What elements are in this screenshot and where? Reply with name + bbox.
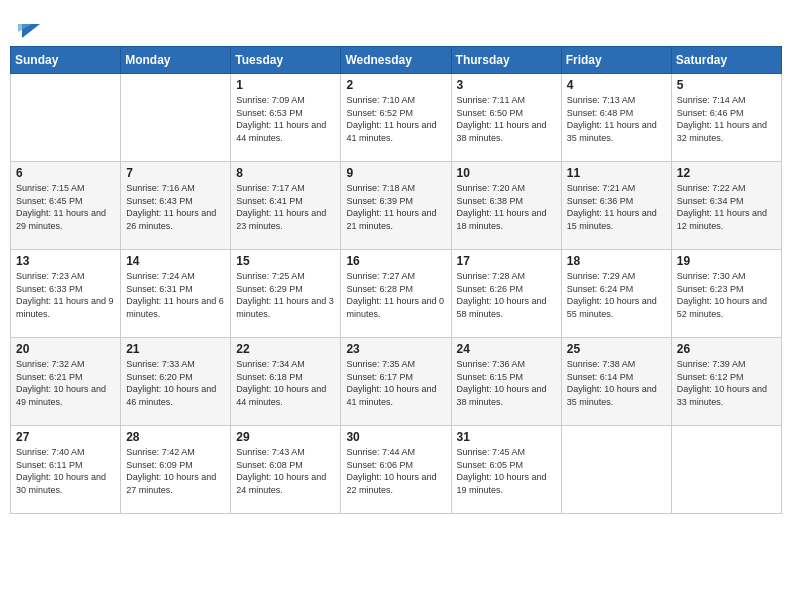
day-number: 21 bbox=[126, 342, 225, 356]
day-number: 8 bbox=[236, 166, 335, 180]
day-number: 17 bbox=[457, 254, 556, 268]
calendar-cell: 6Sunrise: 7:15 AMSunset: 6:45 PMDaylight… bbox=[11, 162, 121, 250]
day-number: 4 bbox=[567, 78, 666, 92]
calendar-cell: 30Sunrise: 7:44 AMSunset: 6:06 PMDayligh… bbox=[341, 426, 451, 514]
calendar-cell: 11Sunrise: 7:21 AMSunset: 6:36 PMDayligh… bbox=[561, 162, 671, 250]
day-detail: Sunrise: 7:27 AMSunset: 6:28 PMDaylight:… bbox=[346, 270, 445, 320]
calendar-cell: 2Sunrise: 7:10 AMSunset: 6:52 PMDaylight… bbox=[341, 74, 451, 162]
day-number: 18 bbox=[567, 254, 666, 268]
calendar-cell: 17Sunrise: 7:28 AMSunset: 6:26 PMDayligh… bbox=[451, 250, 561, 338]
day-detail: Sunrise: 7:28 AMSunset: 6:26 PMDaylight:… bbox=[457, 270, 556, 320]
calendar-cell: 18Sunrise: 7:29 AMSunset: 6:24 PMDayligh… bbox=[561, 250, 671, 338]
calendar-cell: 9Sunrise: 7:18 AMSunset: 6:39 PMDaylight… bbox=[341, 162, 451, 250]
day-detail: Sunrise: 7:44 AMSunset: 6:06 PMDaylight:… bbox=[346, 446, 445, 496]
day-detail: Sunrise: 7:25 AMSunset: 6:29 PMDaylight:… bbox=[236, 270, 335, 320]
weekday-header-friday: Friday bbox=[561, 47, 671, 74]
day-detail: Sunrise: 7:09 AMSunset: 6:53 PMDaylight:… bbox=[236, 94, 335, 144]
calendar-cell: 10Sunrise: 7:20 AMSunset: 6:38 PMDayligh… bbox=[451, 162, 561, 250]
day-detail: Sunrise: 7:38 AMSunset: 6:14 PMDaylight:… bbox=[567, 358, 666, 408]
calendar-cell: 15Sunrise: 7:25 AMSunset: 6:29 PMDayligh… bbox=[231, 250, 341, 338]
day-number: 7 bbox=[126, 166, 225, 180]
day-detail: Sunrise: 7:21 AMSunset: 6:36 PMDaylight:… bbox=[567, 182, 666, 232]
weekday-header-row: SundayMondayTuesdayWednesdayThursdayFrid… bbox=[11, 47, 782, 74]
calendar-cell: 3Sunrise: 7:11 AMSunset: 6:50 PMDaylight… bbox=[451, 74, 561, 162]
day-number: 6 bbox=[16, 166, 115, 180]
calendar-cell: 14Sunrise: 7:24 AMSunset: 6:31 PMDayligh… bbox=[121, 250, 231, 338]
calendar-week-row: 27Sunrise: 7:40 AMSunset: 6:11 PMDayligh… bbox=[11, 426, 782, 514]
calendar-week-row: 6Sunrise: 7:15 AMSunset: 6:45 PMDaylight… bbox=[11, 162, 782, 250]
calendar-cell: 26Sunrise: 7:39 AMSunset: 6:12 PMDayligh… bbox=[671, 338, 781, 426]
calendar-cell: 8Sunrise: 7:17 AMSunset: 6:41 PMDaylight… bbox=[231, 162, 341, 250]
day-detail: Sunrise: 7:22 AMSunset: 6:34 PMDaylight:… bbox=[677, 182, 776, 232]
day-detail: Sunrise: 7:36 AMSunset: 6:15 PMDaylight:… bbox=[457, 358, 556, 408]
calendar-cell bbox=[121, 74, 231, 162]
calendar-cell: 19Sunrise: 7:30 AMSunset: 6:23 PMDayligh… bbox=[671, 250, 781, 338]
weekday-header-sunday: Sunday bbox=[11, 47, 121, 74]
weekday-header-thursday: Thursday bbox=[451, 47, 561, 74]
calendar-body: 1Sunrise: 7:09 AMSunset: 6:53 PMDaylight… bbox=[11, 74, 782, 514]
day-detail: Sunrise: 7:30 AMSunset: 6:23 PMDaylight:… bbox=[677, 270, 776, 320]
calendar-cell: 27Sunrise: 7:40 AMSunset: 6:11 PMDayligh… bbox=[11, 426, 121, 514]
day-number: 12 bbox=[677, 166, 776, 180]
calendar-week-row: 1Sunrise: 7:09 AMSunset: 6:53 PMDaylight… bbox=[11, 74, 782, 162]
day-number: 5 bbox=[677, 78, 776, 92]
day-detail: Sunrise: 7:39 AMSunset: 6:12 PMDaylight:… bbox=[677, 358, 776, 408]
day-number: 30 bbox=[346, 430, 445, 444]
weekday-header-tuesday: Tuesday bbox=[231, 47, 341, 74]
header bbox=[10, 10, 782, 38]
day-detail: Sunrise: 7:42 AMSunset: 6:09 PMDaylight:… bbox=[126, 446, 225, 496]
day-detail: Sunrise: 7:16 AMSunset: 6:43 PMDaylight:… bbox=[126, 182, 225, 232]
day-number: 9 bbox=[346, 166, 445, 180]
day-number: 20 bbox=[16, 342, 115, 356]
day-number: 24 bbox=[457, 342, 556, 356]
weekday-header-wednesday: Wednesday bbox=[341, 47, 451, 74]
day-number: 28 bbox=[126, 430, 225, 444]
day-detail: Sunrise: 7:29 AMSunset: 6:24 PMDaylight:… bbox=[567, 270, 666, 320]
day-number: 26 bbox=[677, 342, 776, 356]
calendar-cell: 21Sunrise: 7:33 AMSunset: 6:20 PMDayligh… bbox=[121, 338, 231, 426]
weekday-header-saturday: Saturday bbox=[671, 47, 781, 74]
day-detail: Sunrise: 7:33 AMSunset: 6:20 PMDaylight:… bbox=[126, 358, 225, 408]
day-detail: Sunrise: 7:15 AMSunset: 6:45 PMDaylight:… bbox=[16, 182, 115, 232]
day-detail: Sunrise: 7:20 AMSunset: 6:38 PMDaylight:… bbox=[457, 182, 556, 232]
day-detail: Sunrise: 7:45 AMSunset: 6:05 PMDaylight:… bbox=[457, 446, 556, 496]
day-detail: Sunrise: 7:13 AMSunset: 6:48 PMDaylight:… bbox=[567, 94, 666, 144]
calendar-cell bbox=[11, 74, 121, 162]
day-detail: Sunrise: 7:35 AMSunset: 6:17 PMDaylight:… bbox=[346, 358, 445, 408]
day-detail: Sunrise: 7:43 AMSunset: 6:08 PMDaylight:… bbox=[236, 446, 335, 496]
day-number: 15 bbox=[236, 254, 335, 268]
day-detail: Sunrise: 7:10 AMSunset: 6:52 PMDaylight:… bbox=[346, 94, 445, 144]
calendar-cell bbox=[671, 426, 781, 514]
day-detail: Sunrise: 7:40 AMSunset: 6:11 PMDaylight:… bbox=[16, 446, 115, 496]
calendar-cell: 5Sunrise: 7:14 AMSunset: 6:46 PMDaylight… bbox=[671, 74, 781, 162]
day-number: 31 bbox=[457, 430, 556, 444]
calendar-cell: 29Sunrise: 7:43 AMSunset: 6:08 PMDayligh… bbox=[231, 426, 341, 514]
calendar-cell: 22Sunrise: 7:34 AMSunset: 6:18 PMDayligh… bbox=[231, 338, 341, 426]
calendar-cell: 23Sunrise: 7:35 AMSunset: 6:17 PMDayligh… bbox=[341, 338, 451, 426]
day-number: 16 bbox=[346, 254, 445, 268]
day-number: 27 bbox=[16, 430, 115, 444]
day-detail: Sunrise: 7:11 AMSunset: 6:50 PMDaylight:… bbox=[457, 94, 556, 144]
day-detail: Sunrise: 7:23 AMSunset: 6:33 PMDaylight:… bbox=[16, 270, 115, 320]
calendar-cell: 20Sunrise: 7:32 AMSunset: 6:21 PMDayligh… bbox=[11, 338, 121, 426]
day-number: 13 bbox=[16, 254, 115, 268]
day-detail: Sunrise: 7:18 AMSunset: 6:39 PMDaylight:… bbox=[346, 182, 445, 232]
calendar-week-row: 13Sunrise: 7:23 AMSunset: 6:33 PMDayligh… bbox=[11, 250, 782, 338]
calendar-cell: 13Sunrise: 7:23 AMSunset: 6:33 PMDayligh… bbox=[11, 250, 121, 338]
calendar-week-row: 20Sunrise: 7:32 AMSunset: 6:21 PMDayligh… bbox=[11, 338, 782, 426]
day-number: 25 bbox=[567, 342, 666, 356]
day-detail: Sunrise: 7:24 AMSunset: 6:31 PMDaylight:… bbox=[126, 270, 225, 320]
day-number: 10 bbox=[457, 166, 556, 180]
calendar-cell: 28Sunrise: 7:42 AMSunset: 6:09 PMDayligh… bbox=[121, 426, 231, 514]
day-detail: Sunrise: 7:32 AMSunset: 6:21 PMDaylight:… bbox=[16, 358, 115, 408]
day-number: 22 bbox=[236, 342, 335, 356]
calendar-cell: 16Sunrise: 7:27 AMSunset: 6:28 PMDayligh… bbox=[341, 250, 451, 338]
calendar-cell: 31Sunrise: 7:45 AMSunset: 6:05 PMDayligh… bbox=[451, 426, 561, 514]
day-detail: Sunrise: 7:17 AMSunset: 6:41 PMDaylight:… bbox=[236, 182, 335, 232]
day-number: 29 bbox=[236, 430, 335, 444]
calendar-cell: 24Sunrise: 7:36 AMSunset: 6:15 PMDayligh… bbox=[451, 338, 561, 426]
day-number: 19 bbox=[677, 254, 776, 268]
calendar-cell: 25Sunrise: 7:38 AMSunset: 6:14 PMDayligh… bbox=[561, 338, 671, 426]
calendar-cell: 4Sunrise: 7:13 AMSunset: 6:48 PMDaylight… bbox=[561, 74, 671, 162]
calendar-cell: 12Sunrise: 7:22 AMSunset: 6:34 PMDayligh… bbox=[671, 162, 781, 250]
